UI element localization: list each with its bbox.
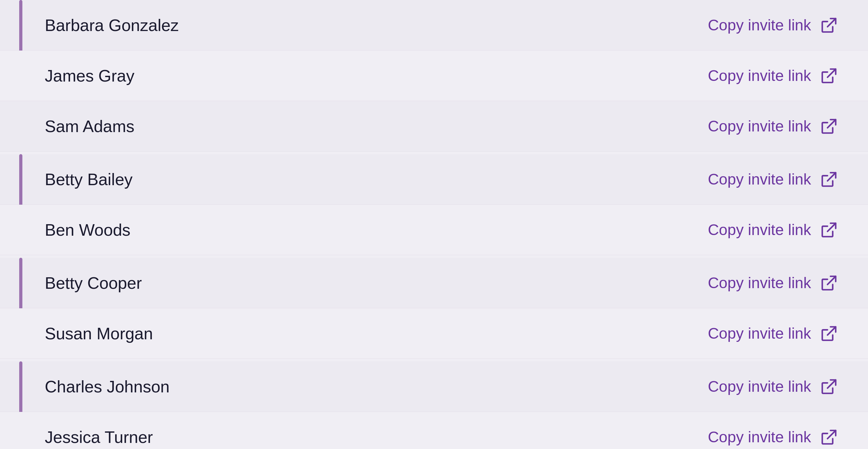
copy-invite-label[interactable]: Copy invite link [708,378,811,395]
person-name: Betty Bailey [45,170,708,189]
copy-invite-section[interactable]: Copy invite link [708,220,839,240]
copy-link-icon[interactable] [819,376,839,397]
copy-invite-section[interactable]: Copy invite link [708,116,839,136]
person-name: Susan Morgan [45,324,708,343]
copy-link-icon[interactable] [819,323,839,344]
copy-invite-label[interactable]: Copy invite link [708,274,811,292]
copy-invite-label[interactable]: Copy invite link [708,16,811,34]
copy-link-icon[interactable] [819,15,839,35]
copy-invite-section[interactable]: Copy invite link [708,273,839,293]
person-name: Betty Cooper [45,274,708,293]
list-item: Susan MorganCopy invite link [0,308,868,359]
copy-link-icon[interactable] [819,116,839,136]
copy-invite-section[interactable]: Copy invite link [708,323,839,344]
copy-invite-label[interactable]: Copy invite link [708,67,811,85]
copy-invite-label[interactable]: Copy invite link [708,117,811,135]
copy-invite-section[interactable]: Copy invite link [708,66,839,86]
copy-invite-label[interactable]: Copy invite link [708,221,811,238]
list-item: Betty CooperCopy invite link [0,258,868,308]
copy-invite-section[interactable]: Copy invite link [708,169,839,190]
list-item: Charles JohnsonCopy invite link [0,361,868,412]
copy-link-icon[interactable] [819,427,839,447]
copy-link-icon[interactable] [819,66,839,86]
invite-list: Barbara GonzalezCopy invite link James G… [0,0,868,449]
copy-invite-label[interactable]: Copy invite link [708,170,811,188]
copy-invite-label[interactable]: Copy invite link [708,325,811,342]
person-name: Sam Adams [45,117,708,136]
person-name: Jessica Turner [45,427,708,447]
list-item: Ben WoodsCopy invite link [0,205,868,255]
group-1: Barbara GonzalezCopy invite link James G… [0,0,868,152]
copy-link-icon[interactable] [819,273,839,293]
list-item: Betty BaileyCopy invite link [0,154,868,205]
group-divider [0,359,868,361]
list-item: Jessica TurnerCopy invite link [0,412,868,449]
group-3: Betty CooperCopy invite link Susan Morga… [0,258,868,359]
copy-invite-section[interactable]: Copy invite link [708,427,839,447]
group-divider [0,255,868,258]
list-item: Sam AdamsCopy invite link [0,101,868,152]
group-2: Betty BaileyCopy invite link Ben WoodsCo… [0,154,868,255]
person-name: Charles Johnson [45,377,708,396]
copy-link-icon[interactable] [819,220,839,240]
copy-invite-section[interactable]: Copy invite link [708,376,839,397]
group-divider [0,152,868,154]
person-name: Ben Woods [45,220,708,239]
list-item: James GrayCopy invite link [0,51,868,101]
copy-invite-section[interactable]: Copy invite link [708,15,839,35]
copy-link-icon[interactable] [819,169,839,190]
list-item: Barbara GonzalezCopy invite link [0,0,868,51]
person-name: James Gray [45,66,708,85]
person-name: Barbara Gonzalez [45,16,708,35]
group-4: Charles JohnsonCopy invite link Jessica … [0,361,868,449]
copy-invite-label[interactable]: Copy invite link [708,428,811,446]
